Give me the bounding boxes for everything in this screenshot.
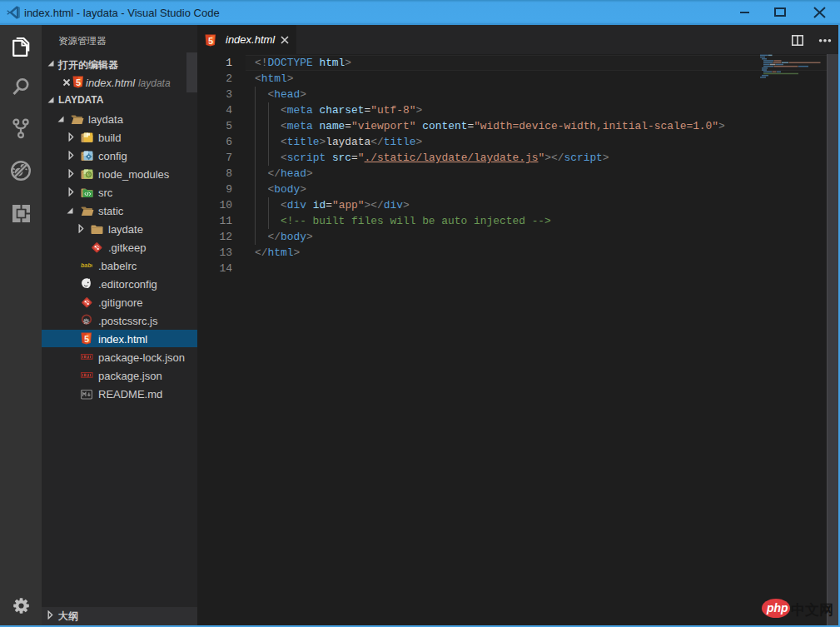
- svg-text:babel: babel: [81, 262, 92, 268]
